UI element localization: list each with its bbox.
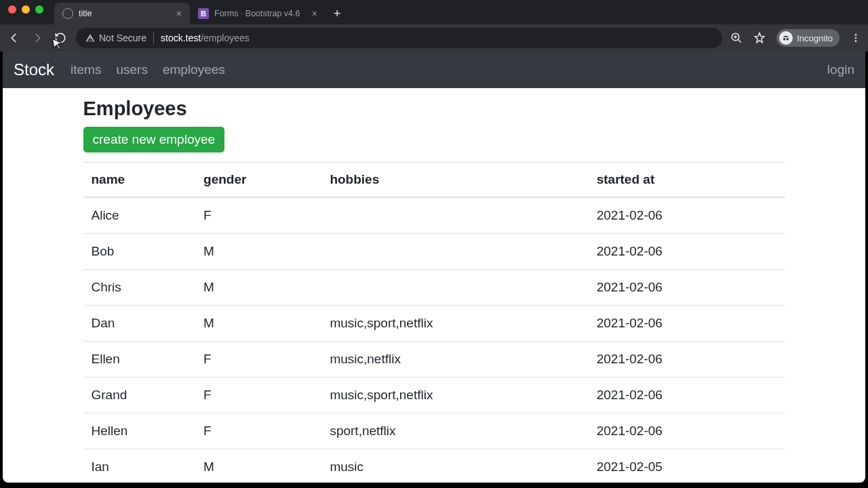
col-header-hobbies: hobbies [321, 163, 588, 198]
table-row: GrandFmusic,sport,netflix2021-02-06 [83, 378, 785, 413]
cell-hobbies: music,netflix [321, 342, 588, 378]
cell-name: Ian [83, 449, 196, 483]
reload-button[interactable] [53, 30, 68, 45]
cell-hobbies [321, 234, 588, 270]
cell-gender: F [195, 197, 321, 234]
cell-started: 2021-02-06 [589, 197, 785, 234]
svg-point-6 [783, 38, 786, 41]
browser-tab-inactive[interactable]: B Forms · Bootstrap v4.6 × [190, 3, 326, 24]
address-bar[interactable]: Not Secure stock.test/employees [76, 28, 722, 48]
zoom-icon[interactable] [730, 32, 743, 44]
security-warning: Not Secure [85, 33, 146, 43]
cell-gender: F [195, 413, 321, 449]
svg-line-3 [738, 39, 741, 43]
main-container: Employees create new employee name gende… [83, 88, 785, 483]
close-icon[interactable]: × [312, 8, 317, 19]
table-row: DanMmusic,sport,netflix2021-02-06 [83, 306, 785, 342]
cell-hobbies: sport,netflix [321, 413, 588, 449]
bootstrap-icon: B [198, 8, 209, 19]
menu-icon[interactable] [850, 33, 861, 43]
url-text: stock.test/employees [161, 33, 250, 43]
svg-point-10 [855, 40, 857, 42]
cell-hobbies: music,sport,netflix [321, 306, 588, 342]
cell-started: 2021-02-06 [589, 306, 785, 342]
nav-links: items users employees [71, 62, 225, 77]
incognito-label: Incognito [797, 33, 833, 43]
cell-started: 2021-02-06 [589, 413, 785, 449]
nav-link-login[interactable]: login [827, 62, 854, 77]
col-header-gender: gender [195, 163, 321, 198]
cell-gender: M [195, 449, 321, 483]
brand[interactable]: Stock [14, 60, 54, 79]
cell-name: Alice [83, 197, 196, 234]
page-viewport: Stock items users employees login Employ… [3, 52, 865, 483]
cell-hobbies: music [321, 449, 588, 483]
browser-tab-active[interactable]: title × [54, 3, 190, 24]
cell-name: Bob [83, 234, 196, 270]
cell-started: 2021-02-06 [589, 270, 785, 306]
employees-table: name gender hobbies started at AliceF202… [83, 162, 785, 483]
cell-name: Grand [83, 378, 196, 413]
table-row: EllenFmusic,netflix2021-02-06 [83, 342, 785, 378]
col-header-started: started at [589, 163, 785, 198]
app-navbar: Stock items users employees login [3, 52, 865, 88]
cell-hobbies [321, 197, 588, 234]
nav-right: login [827, 62, 854, 77]
cell-hobbies [321, 270, 588, 306]
tab-title: Forms · Bootstrap v4.6 [214, 9, 300, 18]
svg-point-8 [855, 34, 857, 36]
create-employee-button[interactable]: create new employee [83, 127, 225, 152]
table-row: IanMmusic2021-02-05 [83, 449, 785, 483]
window-controls [8, 5, 43, 14]
cell-name: Dan [83, 306, 196, 342]
table-header-row: name gender hobbies started at [83, 163, 785, 198]
cell-gender: F [195, 378, 321, 413]
table-body: AliceF2021-02-06BobM2021-02-06ChrisM2021… [83, 197, 785, 483]
cell-gender: M [195, 306, 321, 342]
tab-title: title [79, 9, 92, 18]
close-icon[interactable]: × [176, 8, 182, 19]
cell-name: Chris [83, 270, 196, 306]
svg-point-9 [855, 37, 857, 39]
svg-rect-0 [90, 37, 90, 39]
window-minimize-button[interactable] [22, 5, 30, 14]
cell-name: Ellen [83, 342, 196, 378]
new-tab-button[interactable]: + [326, 3, 349, 24]
separator [153, 33, 154, 43]
window-close-button[interactable] [8, 5, 16, 14]
cell-started: 2021-02-05 [589, 449, 785, 483]
globe-icon [62, 8, 73, 19]
table-row: BobM2021-02-06 [83, 234, 785, 270]
toolbar-right: Incognito [730, 29, 861, 47]
incognito-badge[interactable]: Incognito [776, 29, 840, 47]
table-row: HellenFsport,netflix2021-02-06 [83, 413, 785, 449]
col-header-name: name [83, 163, 196, 198]
nav-link-items[interactable]: items [71, 62, 101, 77]
cell-hobbies: music,sport,netflix [321, 378, 588, 413]
forward-button[interactable] [30, 30, 45, 45]
cell-gender: M [195, 270, 321, 306]
incognito-icon [779, 31, 793, 45]
table-row: ChrisM2021-02-06 [83, 270, 785, 306]
cell-gender: M [195, 234, 321, 270]
svg-point-7 [787, 38, 789, 41]
table-row: AliceF2021-02-06 [83, 197, 785, 234]
security-label: Not Secure [99, 33, 146, 43]
cell-started: 2021-02-06 [589, 234, 785, 270]
cell-gender: F [195, 342, 321, 378]
window-zoom-button[interactable] [35, 5, 43, 14]
nav-link-employees[interactable]: employees [163, 62, 225, 77]
svg-rect-1 [90, 40, 90, 41]
cell-started: 2021-02-06 [589, 342, 785, 378]
browser-toolbar: Not Secure stock.test/employees Incognit… [0, 24, 868, 52]
cell-name: Hellen [83, 413, 196, 449]
back-button[interactable] [7, 30, 22, 45]
page-title: Employees [83, 98, 785, 120]
bookmark-icon[interactable] [753, 32, 766, 44]
nav-link-users[interactable]: users [116, 62, 147, 77]
warning-icon [85, 33, 95, 43]
browser-tab-strip: title × B Forms · Bootstrap v4.6 × + [0, 0, 868, 24]
cell-started: 2021-02-06 [589, 378, 785, 413]
